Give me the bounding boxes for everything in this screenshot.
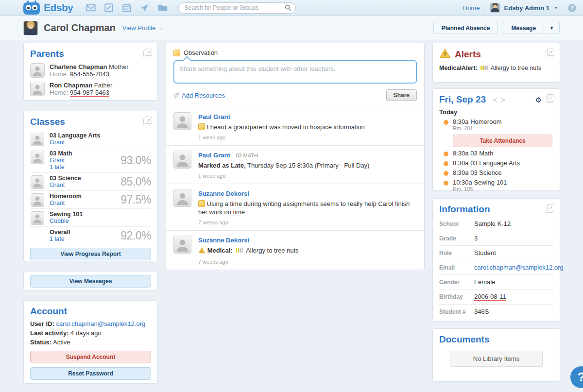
search-input[interactable] <box>178 2 296 14</box>
suspend-account-button[interactable]: Suspend Account <box>30 351 151 363</box>
parent-avatar <box>30 63 45 78</box>
folder-icon[interactable] <box>158 3 168 12</box>
user-id-link[interactable]: carol.chapman@samplek12.org <box>56 320 145 327</box>
teacher-link[interactable]: Grant <box>50 157 120 164</box>
popout-icon[interactable]: ↗ <box>547 204 554 211</box>
help-fab-button[interactable]: ? <box>570 366 583 388</box>
classes-list: 03 Language Arts Grant 03 Math G <box>30 130 151 244</box>
session-dot-icon <box>444 152 448 156</box>
author-link[interactable]: Suzanne Dekorsi <box>198 190 249 197</box>
svg-text:!: ! <box>444 51 446 58</box>
schedule-item-label[interactable]: 8:30a 03 Science <box>453 169 502 176</box>
add-resources-link[interactable]: Add Resources <box>173 92 225 99</box>
take-attendance-button[interactable]: Take Attendance <box>453 135 552 147</box>
class-row[interactable]: 03 Math Grant 1 late 93.0% <box>30 148 151 172</box>
observation-input[interactable] <box>173 60 417 84</box>
medical-alert: MedicalAlert: Allergy to tree nuts <box>439 65 553 71</box>
session-dot-icon <box>444 181 448 186</box>
info-value: 346S <box>474 308 489 315</box>
late-link[interactable]: 1 late <box>50 164 120 170</box>
calendar-icon[interactable] <box>122 3 132 12</box>
note-icon <box>198 123 205 130</box>
schedule-item-label[interactable]: 8:30a 03 Math <box>453 150 493 157</box>
info-label: Birthday <box>439 293 474 301</box>
schedule-item-label[interactable]: 8:30a 03 Language Arts <box>453 159 520 167</box>
schedule-item-label[interactable]: 8:30a Homeroom <box>453 118 501 125</box>
info-label: Grade <box>439 235 474 242</box>
parents-panel: Parents ↗ Charlene Chapman Mother Home: … <box>23 43 158 101</box>
schedule-item: 10:30a Sewing 101 Rm. 105 <box>439 179 553 192</box>
view-progress-report-button[interactable]: View Progress Report <box>30 248 151 260</box>
class-name: Overall <box>50 229 120 236</box>
schedule-room: Rm. 201 <box>453 125 501 131</box>
message-button[interactable]: Message <box>503 22 544 34</box>
class-name: Homeroom <box>50 193 120 200</box>
share-button[interactable]: Share <box>386 89 417 101</box>
class-avatar <box>31 133 44 146</box>
reset-password-button[interactable]: Reset Password <box>30 367 151 380</box>
admin-avatar[interactable] <box>490 3 500 13</box>
separator: | <box>484 4 485 11</box>
view-messages-button[interactable]: View Messages <box>30 275 151 288</box>
popout-icon[interactable]: ↗ <box>547 49 554 56</box>
schedule-item: 8:30a 03 Math <box>439 150 553 157</box>
class-row[interactable]: 03 Language Arts Grant <box>30 130 151 148</box>
account-panel: Account User ID: carol.chapman@samplek12… <box>23 300 158 384</box>
phone-number[interactable]: 954-987-5463 <box>70 89 109 97</box>
info-label: Gender <box>439 278 474 286</box>
documents-panel: Documents No Library Items <box>432 328 560 382</box>
chevron-down-icon[interactable]: ▼ <box>554 6 558 10</box>
class-row[interactable]: Overall 1 late 92.0% <box>30 226 151 244</box>
info-value: Female <box>474 278 495 286</box>
popout-icon[interactable]: ↗ <box>547 94 554 102</box>
author-link[interactable]: Suzanne Dekorsi <box>198 237 249 244</box>
teacher-link[interactable]: Grant <box>50 200 120 206</box>
message-dropdown-button[interactable]: ▼ <box>544 22 560 34</box>
user-menu[interactable]: Edsby Admin 1 <box>504 4 549 12</box>
feed-timestamp: 7 weeks ago <box>198 220 417 225</box>
gear-icon[interactable]: ⚙ <box>535 96 542 103</box>
separator: | <box>562 4 564 11</box>
class-name: 03 Language Arts <box>50 132 151 139</box>
next-day-arrow[interactable]: > <box>501 96 505 104</box>
feed-text: ! Medical: Allergy to tree nuts <box>198 246 417 256</box>
class-row[interactable]: Sewing 101 Cobble <box>30 208 151 226</box>
feed-bold-text: Medical: <box>207 247 233 254</box>
feed-panel: Observation Add Resources Share <box>166 43 425 270</box>
class-grade: 97.5% <box>120 193 151 206</box>
search-icon[interactable] <box>285 4 292 13</box>
popout-icon[interactable]: ↗ <box>145 49 152 56</box>
class-row[interactable]: 03 Science Grant 85.0% <box>30 172 151 190</box>
author-link[interactable]: Paul Grant <box>198 113 230 120</box>
teacher-link[interactable]: Grant <box>50 139 151 146</box>
phone-number[interactable]: 954-555-7043 <box>70 70 109 78</box>
mail-icon[interactable] <box>86 3 96 12</box>
feed-context: 03 MATH <box>236 153 258 158</box>
view-profile-link[interactable]: View Profile → <box>122 24 164 32</box>
top-nav-icons <box>86 3 168 12</box>
teacher-link[interactable]: Grant <box>50 182 120 188</box>
late-link[interactable]: 1 late <box>50 236 120 242</box>
student-header: Carol Chapman View Profile → Planned Abs… <box>0 16 583 40</box>
header-actions: Planned Absence Message ▼ <box>433 22 560 34</box>
author-link[interactable]: Paul Grant <box>198 152 230 159</box>
popout-icon[interactable]: ↗ <box>145 117 152 124</box>
prev-day-arrow[interactable]: < <box>493 96 497 104</box>
feed-item: Paul Grant 03 MATH ! Marked as Late, <box>166 145 424 184</box>
schedule-panel: Fri, Sep 23 < > ⚙ ↗ Today 8:30a Homeroom <box>432 88 560 190</box>
compose-icon[interactable] <box>104 3 114 12</box>
help-icon[interactable]: ? <box>568 4 576 12</box>
info-row: Birthday 2006-08-11 <box>439 290 553 305</box>
home-link[interactable]: Home <box>463 4 480 12</box>
composer-type[interactable]: Observation <box>173 49 417 56</box>
parent-avatar <box>30 82 45 96</box>
class-row[interactable]: Homeroom Grant 97.5% <box>30 190 151 208</box>
info-row: Student # 346S <box>439 305 553 319</box>
planned-absence-button[interactable]: Planned Absence <box>433 22 498 34</box>
teacher-link[interactable]: Cobble <box>50 218 151 224</box>
schedule-item-label[interactable]: 10:30a Sewing 101 <box>453 179 507 186</box>
info-row: School Sample K-12 <box>439 217 553 231</box>
send-icon[interactable] <box>140 3 150 12</box>
message-split-button: Message ▼ <box>503 22 560 34</box>
edsby-logo[interactable]: Edsby <box>23 1 73 15</box>
